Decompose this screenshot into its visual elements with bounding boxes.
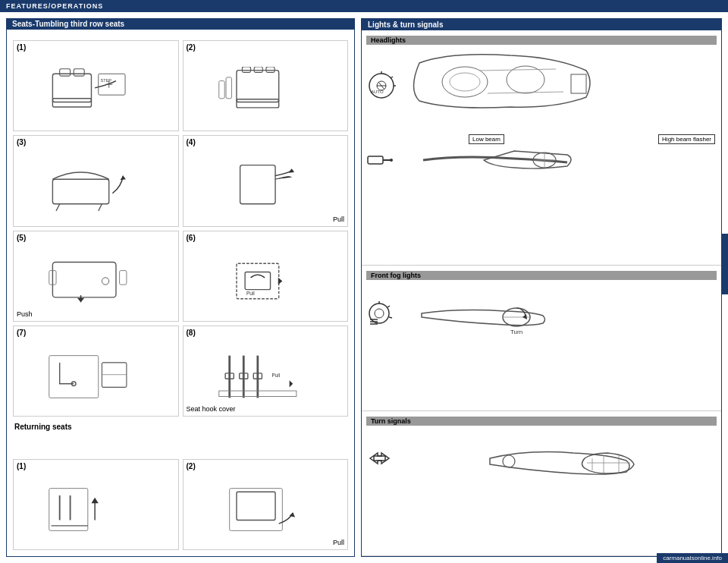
cell-label-5: (5) <box>17 234 26 242</box>
cell-label-7: (7) <box>17 329 26 337</box>
svg-rect-7 <box>236 99 278 107</box>
returning-seats-label: Returning seats <box>13 420 348 454</box>
svg-marker-18 <box>288 168 293 173</box>
svg-point-23 <box>102 278 108 285</box>
svg-point-57 <box>390 159 393 162</box>
svg-rect-12 <box>226 77 231 99</box>
svg-text:AUTO: AUTO <box>371 90 384 94</box>
svg-point-52 <box>450 73 480 91</box>
svg-rect-6 <box>236 70 278 102</box>
cell-label-4: (4) <box>187 138 196 146</box>
cell-sublabel-8: Seat hook cover <box>187 405 236 413</box>
cell-label-1: (1) <box>17 43 26 52</box>
svg-rect-17 <box>240 165 275 204</box>
svg-rect-19 <box>52 263 116 297</box>
svg-rect-55 <box>368 156 383 164</box>
svg-rect-11 <box>218 80 224 98</box>
svg-rect-8 <box>242 67 250 72</box>
turn-signals-subsection: Turn signals <box>362 411 721 556</box>
seat-illustration-8: Pull <box>187 352 329 401</box>
svg-line-64 <box>388 306 390 307</box>
svg-rect-10 <box>265 67 274 72</box>
svg-rect-54 <box>571 74 586 93</box>
svg-line-15 <box>99 204 102 211</box>
fog-lights-subsection: Front fog lights <box>362 266 721 410</box>
svg-rect-9 <box>254 67 262 72</box>
seat-cell-8: (8) Seat hook cover Pull <box>183 326 349 417</box>
returning-illustration-1 <box>17 485 159 534</box>
svg-rect-40 <box>229 489 282 531</box>
svg-rect-28 <box>49 355 99 398</box>
cell-sublabel-4: Pull <box>333 215 344 223</box>
seat-illustration-3 <box>17 162 159 211</box>
stalk-icon <box>366 147 393 174</box>
svg-marker-22 <box>77 298 84 303</box>
svg-rect-13 <box>52 179 108 204</box>
seat-illustration-4 <box>187 162 329 211</box>
returning-sublabel-2: Pull <box>333 539 344 546</box>
headlights-title: Headlights <box>366 36 717 45</box>
svg-rect-3 <box>74 68 84 75</box>
headlight-switch-icon: AUTO <box>366 71 397 101</box>
svg-rect-2 <box>60 68 71 75</box>
watermark: carmanualsonline.info <box>657 553 728 563</box>
header-title: FEATURES/OPERATIONS <box>6 2 103 10</box>
headlight-assembly-illustration <box>404 48 601 124</box>
returning-label-2: (2) <box>187 462 196 470</box>
returning-label-1: (1) <box>17 462 26 470</box>
svg-text:Pull: Pull <box>271 372 280 377</box>
seat-illustration-5 <box>17 256 159 306</box>
svg-rect-30 <box>102 363 127 388</box>
returning-illustration-2 <box>187 485 329 534</box>
seat-cell-3: (3) <box>13 135 179 226</box>
svg-point-61 <box>369 304 389 323</box>
turn-signals-title: Turn signals <box>366 417 717 426</box>
svg-rect-21 <box>120 271 127 285</box>
right-panel: Lights & turn signals Headlights <box>361 18 722 557</box>
seat-illustration-6: Pull <box>187 256 329 306</box>
svg-marker-37 <box>289 380 293 387</box>
svg-point-62 <box>375 309 384 318</box>
seat-cell-5: (5) Push <box>13 231 179 322</box>
svg-text:Pull: Pull <box>246 291 254 296</box>
svg-point-51 <box>442 67 488 97</box>
seat-illustration-1: STEP <box>17 67 159 116</box>
left-section-title: Seats-Tumbling third row seats <box>6 18 355 30</box>
cell-sublabel-5: Push <box>17 310 33 318</box>
returning-cell-2: (2) Pull <box>183 459 349 550</box>
svg-line-45 <box>391 77 393 78</box>
main-content: Seats-Tumbling third row seats (1) STEP <box>0 12 728 563</box>
svg-marker-27 <box>278 278 282 285</box>
svg-rect-41 <box>236 492 275 521</box>
svg-rect-0 <box>52 74 91 102</box>
seat-cell-1: (1) STEP <box>13 40 179 131</box>
returning-cell-1: (1) <box>13 459 179 550</box>
right-sidebar-tab <box>721 234 728 294</box>
cell-label-2: (2) <box>187 43 196 52</box>
cell-label-3: (3) <box>17 138 26 146</box>
fog-lights-title: Front fog lights <box>366 271 717 280</box>
fog-stalk-illustration: Turn <box>399 287 551 340</box>
turn-stalk-illustration <box>475 426 642 491</box>
low-beam-label: Low beam <box>469 134 504 144</box>
seat-cell-6: (6) Pull <box>183 231 349 322</box>
cell-label-8: (8) <box>187 329 196 337</box>
seat-illustration-2 <box>187 67 329 116</box>
seat-cell-2: (2) <box>183 40 349 131</box>
seat-cell-4: (4) Pull <box>183 135 349 226</box>
svg-text:Turn: Turn <box>510 329 522 335</box>
svg-marker-16 <box>121 176 126 181</box>
svg-point-74 <box>503 455 515 467</box>
page-header: FEATURES/OPERATIONS <box>0 0 728 12</box>
svg-rect-38 <box>49 489 88 531</box>
svg-rect-24 <box>236 264 278 299</box>
left-panel: Seats-Tumbling third row seats (1) STEP <box>6 18 355 557</box>
svg-rect-1 <box>52 98 91 106</box>
svg-marker-68 <box>522 314 527 319</box>
right-section-title: Lights & turn signals <box>362 19 721 30</box>
svg-line-14 <box>56 204 60 211</box>
svg-marker-39 <box>91 498 98 503</box>
svg-text:STEP: STEP <box>101 78 112 83</box>
headlights-subsection: Headlights <box>362 30 721 266</box>
turn-signal-icon <box>366 445 393 472</box>
